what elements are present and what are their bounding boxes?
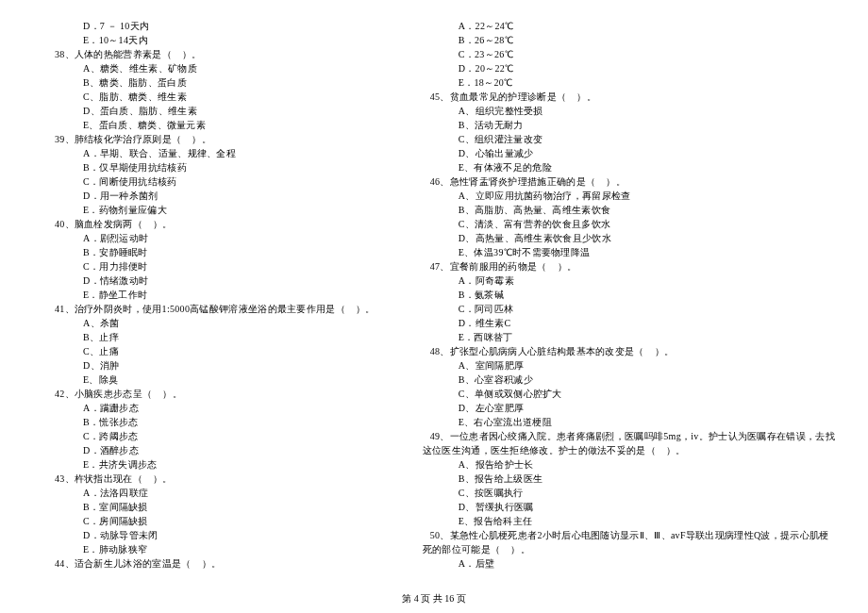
question-line: 44、适合新生儿沐浴的室温是（ ）。 <box>47 556 376 571</box>
option-line: E、右心室流出道梗阻 <box>423 415 835 429</box>
question-line: 43、杵状指出现在（ ）。 <box>47 472 376 486</box>
option-line: C、清淡、富有营养的饮食且多饮水 <box>423 217 835 231</box>
option-line: B、高脂肪、高热量、高维生素饮食 <box>423 203 835 217</box>
option-line: C．间断使用抗结核药 <box>47 174 376 189</box>
option-line: A、报告给护士长 <box>423 457 835 472</box>
option-line: B．氨茶碱 <box>423 288 835 302</box>
right-column: A．22～24℃B．26～28℃C．23～26℃D．20～22℃E．18～20℃… <box>423 19 835 571</box>
option-line: A．后壁 <box>423 556 835 571</box>
question-line: 49、一位患者因心绞痛入院。患者疼痛剧烈，医嘱吗啡5mg，iv。护士认为医嘱存在… <box>423 429 835 443</box>
option-line: D、暂缓执行医嘱 <box>423 500 835 514</box>
option-line: A．剧烈运动时 <box>47 231 376 245</box>
option-line: B．室间隔缺损 <box>47 500 376 514</box>
option-line: C．阿司匹林 <box>423 302 835 316</box>
option-line: E．18～20℃ <box>423 75 835 90</box>
option-line: B．仅早期使用抗结核药 <box>47 160 376 174</box>
option-line: A、杀菌 <box>47 316 376 330</box>
option-line: C、单侧或双侧心腔扩大 <box>423 387 835 401</box>
option-line: A．法洛四联症 <box>47 486 376 500</box>
option-line: D．7 － 10天内 <box>47 19 376 33</box>
option-line: D、心输出量减少 <box>423 146 835 160</box>
option-line: E．西咪替丁 <box>423 330 835 344</box>
option-line: D．酒醉步态 <box>47 443 376 457</box>
option-line: E．静坐工作时 <box>47 288 376 302</box>
option-line: C．用力排便时 <box>47 259 376 273</box>
option-line: D．动脉导管未闭 <box>47 528 376 542</box>
option-line: D、蛋白质、脂肪、维生素 <box>47 104 376 118</box>
question-continuation: 死的部位可能是（ ）。 <box>423 542 835 556</box>
question-continuation: 这位医生沟通，医生拒绝修改。护士的做法不妥的是（ ）。 <box>423 443 835 457</box>
option-line: A、组织完整性受损 <box>423 104 835 118</box>
option-line: A、室间隔肥厚 <box>423 358 835 373</box>
option-line: D．情绪激动时 <box>47 273 376 288</box>
option-line: A、立即应用抗菌药物治疗，再留尿检查 <box>423 189 835 203</box>
option-line: D、高热量、高维生素饮食且少饮水 <box>423 231 835 245</box>
question-line: 40、脑血栓发病两（ ）。 <box>47 217 376 231</box>
question-line: 46、急性肾盂肾炎护理措施正确的是（ ）。 <box>423 174 835 189</box>
option-line: B、报告给上级医生 <box>423 472 835 486</box>
option-line: D．20～22℃ <box>423 61 835 75</box>
option-line: D、左心室肥厚 <box>423 401 835 415</box>
option-line: D、消肿 <box>47 358 376 373</box>
option-line: A、糖类、维生素、矿物质 <box>47 61 376 75</box>
option-line: E．共济失调步态 <box>47 457 376 472</box>
option-line: E．10～14天内 <box>47 33 376 47</box>
page-footer: 第 4 页 共 16 页 <box>0 591 868 605</box>
question-line: 39、肺结核化学治疗原则是（ ）。 <box>47 132 376 146</box>
option-line: B．26～28℃ <box>423 33 835 47</box>
option-line: E、报告给科主任 <box>423 514 835 528</box>
question-line: 41、治疗外阴炎时，使用1:5000高锰酸钾溶液坐浴的最主要作用是（ ）。 <box>47 302 376 316</box>
option-line: A．早期、联合、适量、规律、全程 <box>47 146 376 160</box>
question-line: 48、扩张型心肌病病人心脏结构最基本的改变是（ ）。 <box>423 344 835 358</box>
option-line: B、糖类、脂肪、蛋白质 <box>47 75 376 90</box>
option-line: E．药物剂量应偏大 <box>47 203 376 217</box>
question-line: 45、贫血最常见的护理诊断是（ ）。 <box>423 90 835 104</box>
option-line: B、心室容积减少 <box>423 373 835 387</box>
question-line: 38、人体的热能营养素是（ ）。 <box>47 47 376 61</box>
option-line: B、活动无耐力 <box>423 118 835 132</box>
option-line: E、体温39℃时不需要物理降温 <box>423 245 835 259</box>
question-line: 42、小脑疾患步态呈（ ）。 <box>47 387 376 401</box>
option-line: B．慌张步态 <box>47 415 376 429</box>
question-line: 47、宜餐前服用的药物是（ ）。 <box>423 259 835 273</box>
option-line: E．肺动脉狭窄 <box>47 542 376 556</box>
left-column: D．7 － 10天内E．10～14天内38、人体的热能营养素是（ ）。A、糖类、… <box>47 19 376 571</box>
option-line: E、有体液不足的危险 <box>423 160 835 174</box>
question-line: 50、某急性心肌梗死患者2小时后心电图随访显示Ⅱ、Ⅲ、avF导联出现病理性Q波，… <box>423 528 835 542</box>
option-line: D．维生素C <box>423 316 835 330</box>
option-line: A．蹒跚步态 <box>47 401 376 415</box>
option-line: A．22～24℃ <box>423 19 835 33</box>
option-line: B．安静睡眠时 <box>47 245 376 259</box>
option-line: E、除臭 <box>47 373 376 387</box>
option-line: D．用一种杀菌剂 <box>47 189 376 203</box>
option-line: C．房间隔缺损 <box>47 514 376 528</box>
option-line: C、组织灌注量改变 <box>423 132 835 146</box>
option-line: C、止痛 <box>47 344 376 358</box>
option-line: C、按医嘱执行 <box>423 486 835 500</box>
option-line: C．跨阈步态 <box>47 429 376 443</box>
option-line: B、止痒 <box>47 330 376 344</box>
option-line: C．23～26℃ <box>423 47 835 61</box>
two-column-layout: D．7 － 10天内E．10～14天内38、人体的热能营养素是（ ）。A、糖类、… <box>47 19 821 571</box>
option-line: C、脂肪、糖类、维生素 <box>47 90 376 104</box>
option-line: A．阿奇霉素 <box>423 273 835 288</box>
option-line: E、蛋白质、糖类、微量元素 <box>47 118 376 132</box>
